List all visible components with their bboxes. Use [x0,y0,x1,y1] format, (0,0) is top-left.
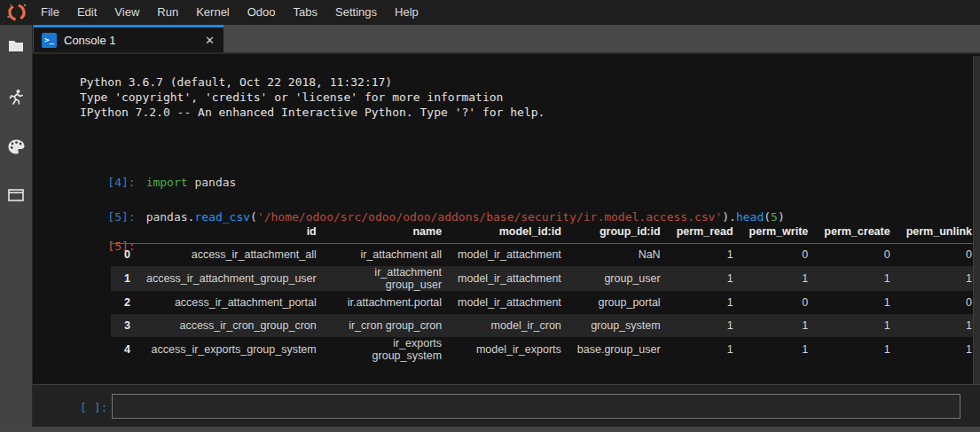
cell-name: ir.attachment.portal [325,291,450,314]
cell-perm_write: 1 [741,266,817,291]
file-browser-icon[interactable] [0,33,33,59]
close-icon[interactable]: ✕ [205,34,215,47]
cell-perm_create: 0 [816,243,898,266]
menu-kernel[interactable]: Kernel [187,0,239,25]
cell-perm_write: 1 [741,337,817,362]
table-row-3: 3access_ir_cron_group_cronir_cron group_… [111,314,980,337]
cell-model_id:id: model_ir_exports [450,337,569,362]
menu-edit[interactable]: Edit [68,0,106,25]
console-icon: >_ [42,33,57,48]
tab-label: Console 1 [64,34,116,47]
cell-id: access_ir_exports_group_system [138,337,325,362]
cell-perm_read: 1 [669,314,741,337]
cell-name: ir_exports group_system [325,337,450,362]
cell-perm_create: 1 [816,337,898,362]
column-header-perm_unlink: perm_unlink [898,220,980,243]
code-line-4: import pandas [146,176,237,189]
column-header-perm_read: perm_read [669,220,741,243]
cell-model_id:id: model_ir_attachment [450,291,569,314]
menu-help[interactable]: Help [386,0,427,25]
cell-model_id:id: model_ir_attachment [450,266,569,291]
table-row-4: 4access_ir_exports_group_systemir_export… [111,337,980,362]
row-index: 3 [111,314,138,337]
menu-run[interactable]: Run [148,0,187,25]
console-input-area: [ ]: [33,384,980,428]
row-index: 1 [111,266,138,291]
table-header-row: idnamemodel_id:idgroup_id:idperm_readper… [111,220,980,243]
cell-perm_write: 0 [741,243,817,266]
cell-perm_unlink: 0 [898,291,980,314]
cell-name: ir_attachment group_user [325,266,450,291]
cell-id: access_ir_attachment_all [138,243,325,266]
menu-file[interactable]: File [32,0,68,25]
cell-perm_create: 1 [816,291,898,314]
cell-perm_create: 1 [816,266,898,291]
empty-in-prompt: [ ]: [80,400,107,415]
running-sessions-icon[interactable] [0,84,33,111]
code-token: import [146,176,188,189]
cell-perm_read: 1 [669,243,741,266]
column-header-id: id [138,220,325,243]
column-header-perm_create: perm_create [816,220,898,243]
dataframe-table: idnamemodel_id:idgroup_id:idperm_readper… [111,220,980,362]
cell-group_id:id: base.group_user [569,337,669,362]
cell-perm_unlink: 1 [898,266,980,291]
column-header-group_id:id: group_id:id [569,220,669,243]
cell-perm_write: 0 [741,291,817,314]
tab-console-1[interactable]: >_ Console 1 ✕ [34,25,223,52]
table-row-0: 0access_ir_attachment_allir_attachment a… [111,243,980,266]
cell-id: access_ir_cron_group_cron [138,314,325,337]
tab-bar: >_ Console 1 ✕ [33,25,980,52]
code-token: pandas [188,176,237,189]
column-header-index [111,220,138,243]
row-index: 4 [111,337,138,362]
cell-perm_write: 1 [741,314,817,337]
cell-group_id:id: group_portal [569,291,669,314]
commands-palette-icon[interactable] [0,133,33,160]
window-bottom-edge [0,427,980,432]
vertical-scrollbar[interactable] [973,56,980,384]
cell-perm_unlink: 1 [898,337,980,362]
menu-view[interactable]: View [106,0,148,25]
console-panel: Python 3.6.7 (default, Oct 22 2018, 11:3… [33,52,980,427]
row-index: 0 [111,243,138,266]
cell-name: ir_attachment all [325,243,450,266]
cell-perm_read: 1 [669,337,741,362]
menu-bar: FileEditViewRunKernelOdooTabsSettingsHel… [0,0,980,25]
menu-tabs[interactable]: Tabs [285,0,326,25]
cell-name: ir_cron group_cron [325,314,450,337]
cell-perm_unlink: 1 [898,314,980,337]
menu-odoo[interactable]: Odoo [239,0,285,25]
column-header-name: name [325,220,450,243]
cell-model_id:id: model_ir_cron [450,314,569,337]
cell-perm_read: 1 [669,291,741,314]
cell-group_id:id: group_system [569,314,669,337]
table-row-2: 2access_ir_attachment_portalir.attachmen… [111,291,980,314]
column-header-perm_write: perm_write [741,220,817,243]
left-sidebar [0,25,33,427]
python-banner: Python 3.6.7 (default, Oct 22 2018, 11:3… [80,75,545,120]
open-tabs-icon[interactable] [0,182,33,208]
odoo-logo-icon[interactable] [6,3,27,22]
cell-perm_unlink: 0 [898,243,980,266]
in-prompt-4: [4]: [107,176,135,189]
cell-perm_read: 1 [669,266,741,291]
code-input-field[interactable] [112,394,960,419]
cell-group_id:id: group_user [569,266,669,291]
cell-id: access_ir_attachment_portal [138,291,325,314]
cell-group_id:id: NaN [569,243,669,266]
cell-id: access_ir_attachment_group_user [138,266,325,291]
cell-perm_create: 1 [816,314,898,337]
menu-items: FileEditViewRunKernelOdooTabsSettingsHel… [32,0,427,25]
cell-model_id:id: model_ir_attachment [450,243,569,266]
menu-settings[interactable]: Settings [326,0,386,25]
row-index: 2 [111,291,138,314]
column-header-model_id:id: model_id:id [450,220,569,243]
table-row-1: 1access_ir_attachment_group_userir_attac… [111,266,980,291]
